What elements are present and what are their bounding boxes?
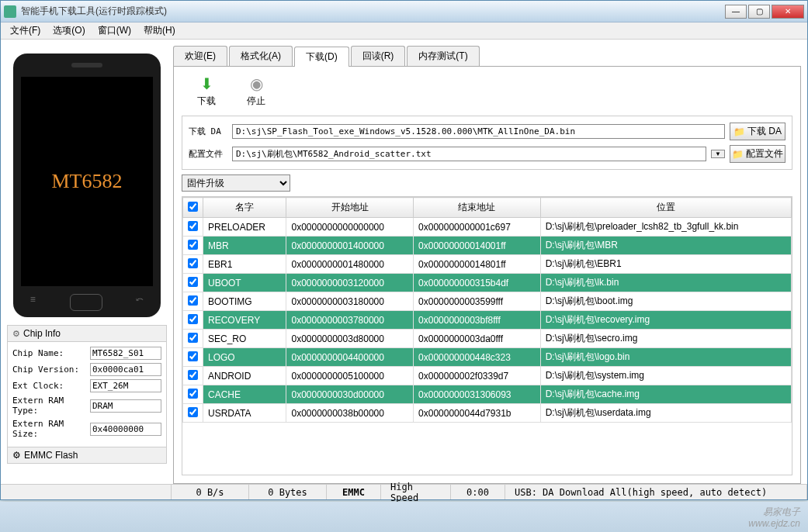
table-row[interactable]: PRELOADER0x00000000000000000x00000000000… bbox=[183, 218, 792, 237]
scatter-label: 配置文件 bbox=[189, 148, 227, 160]
cell-location: D:\sj\刷机包\system.img bbox=[540, 367, 791, 385]
menu-window[interactable]: 窗口(W) bbox=[92, 22, 137, 39]
gear-icon: ⚙ bbox=[12, 450, 21, 461]
col-start[interactable]: 开始地址 bbox=[286, 198, 414, 218]
col-end[interactable]: 结束地址 bbox=[414, 198, 541, 218]
row-checkbox[interactable] bbox=[188, 314, 198, 324]
chipinfo-value[interactable] bbox=[90, 399, 161, 413]
da-browse-button[interactable]: 📁下载 DA bbox=[730, 123, 785, 140]
cell-location: D:\sj\刷机包\logo.bin bbox=[540, 348, 791, 367]
cell-location: D:\sj\刷机包\boot.img bbox=[540, 292, 791, 311]
phone-illustration: MT6582 ≡ ⤺ bbox=[13, 54, 161, 317]
cell-location: D:\sj\刷机包\preloader_lcsh82_tb_3gfull_kk.… bbox=[540, 218, 791, 237]
table-row[interactable]: BOOTIMG0x00000000031800000x0000000003599… bbox=[183, 292, 792, 311]
chipinfo-label: Chip Name: bbox=[12, 348, 87, 358]
chip-info-panel: ⚙ Chip Info Chip Name:Chip Version:Ext C… bbox=[7, 325, 167, 464]
statusbar: 0 B/s 0 Bytes EMMC High Speed 0:00 USB: … bbox=[1, 484, 807, 499]
chipinfo-value[interactable] bbox=[90, 347, 161, 360]
table-row[interactable]: SEC_RO0x0000000003d800000x0000000003da0f… bbox=[183, 330, 792, 348]
download-button[interactable]: ⬇ 下载 bbox=[197, 74, 216, 108]
cell-name: USRDATA bbox=[203, 404, 286, 423]
cell-end: 0x0000000003bf8fff bbox=[414, 311, 541, 330]
phone-back-icon: ⤺ bbox=[136, 294, 144, 311]
tab-content: ⬇ 下载 ◉ 停止 下载 DA 📁下载 DA 配置文件 bbox=[173, 67, 801, 484]
cell-end: 0x0000000031306093 bbox=[414, 385, 541, 404]
row-checkbox[interactable] bbox=[188, 295, 198, 306]
phone-home-icon bbox=[70, 294, 102, 311]
cell-end: 0x0000000044d7931b bbox=[414, 404, 541, 423]
status-usb: USB: DA Download All(high speed, auto de… bbox=[505, 485, 807, 499]
cell-location: D:\sj\刷机包\lk.bin bbox=[540, 274, 791, 292]
stop-button[interactable]: ◉ 停止 bbox=[247, 74, 265, 108]
chipinfo-row: Chip Version: bbox=[12, 363, 161, 376]
cell-end: 0x0000000003599fff bbox=[414, 292, 541, 311]
folder-icon: 📁 bbox=[733, 126, 745, 137]
table-row[interactable]: RECOVERY0x00000000037800000x0000000003bf… bbox=[183, 311, 792, 330]
row-checkbox[interactable] bbox=[188, 240, 198, 250]
cell-end: 0x000000000448c323 bbox=[414, 348, 541, 367]
cell-start: 0x0000000038b00000 bbox=[286, 404, 414, 423]
chipinfo-value[interactable] bbox=[90, 379, 161, 392]
chipinfo-value[interactable] bbox=[90, 423, 161, 436]
menu-help[interactable]: 帮助(H) bbox=[137, 22, 182, 39]
table-row[interactable]: USRDATA0x0000000038b000000x0000000044d79… bbox=[183, 404, 792, 423]
table-row[interactable]: LOGO0x00000000044000000x000000000448c323… bbox=[183, 348, 792, 367]
cell-name: SEC_RO bbox=[203, 330, 286, 348]
stop-icon: ◉ bbox=[250, 74, 263, 93]
col-location[interactable]: 位置 bbox=[540, 198, 791, 218]
row-checkbox[interactable] bbox=[188, 277, 198, 287]
cell-end: 0x000000000001c697 bbox=[414, 218, 541, 237]
row-checkbox[interactable] bbox=[188, 351, 198, 361]
table-row[interactable]: MBR0x00000000014000000x00000000014001ffD… bbox=[183, 237, 792, 255]
row-checkbox[interactable] bbox=[188, 333, 198, 343]
cell-start: 0x0000000001400000 bbox=[286, 237, 414, 255]
cell-end: 0x000000000315b4df bbox=[414, 274, 541, 292]
close-button[interactable]: ✕ bbox=[772, 5, 804, 19]
scatter-browse-button[interactable]: 📁配置文件 bbox=[730, 145, 785, 163]
row-checkbox[interactable] bbox=[188, 370, 198, 380]
mode-select[interactable]: 固件升级 bbox=[182, 174, 290, 192]
chipinfo-label: Extern RAM Type: bbox=[12, 396, 87, 416]
chipinfo-value[interactable] bbox=[90, 363, 161, 376]
tab-bar: 欢迎(E) 格式化(A) 下载(D) 回读(R) 内存测试(T) bbox=[173, 46, 801, 67]
table-row[interactable]: CACHE0x0000000030d000000x000000003130609… bbox=[183, 385, 792, 404]
col-name[interactable]: 名字 bbox=[203, 198, 286, 218]
cell-end: 0x000000002f0339d7 bbox=[414, 367, 541, 385]
chip-info-title: Chip Info bbox=[23, 328, 61, 339]
tab-welcome[interactable]: 欢迎(E) bbox=[173, 46, 227, 66]
da-path-input[interactable] bbox=[232, 124, 725, 139]
cell-start: 0x0000000005100000 bbox=[286, 367, 414, 385]
status-bytes: 0 Bytes bbox=[249, 485, 327, 499]
table-row[interactable]: EBR10x00000000014800000x00000000014801ff… bbox=[183, 255, 792, 274]
row-checkbox[interactable] bbox=[188, 221, 198, 231]
tab-memtest[interactable]: 内存测试(T) bbox=[407, 46, 479, 66]
status-speed: 0 B/s bbox=[172, 485, 249, 499]
table-row[interactable]: ANDROID0x00000000051000000x000000002f033… bbox=[183, 367, 792, 385]
maximize-button[interactable]: ▢ bbox=[748, 5, 770, 19]
row-checkbox[interactable] bbox=[188, 389, 198, 399]
row-checkbox[interactable] bbox=[188, 258, 198, 268]
tab-format[interactable]: 格式化(A) bbox=[229, 46, 293, 66]
minimize-button[interactable]: — bbox=[725, 5, 747, 19]
row-checkbox[interactable] bbox=[188, 407, 198, 417]
menu-options[interactable]: 选项(O) bbox=[47, 22, 91, 39]
scatter-path-input[interactable] bbox=[232, 147, 706, 161]
window-controls: — ▢ ✕ bbox=[725, 5, 804, 19]
app-icon bbox=[4, 5, 16, 18]
tab-readback[interactable]: 回读(R) bbox=[351, 46, 406, 66]
table-row[interactable]: UBOOT0x00000000031200000x000000000315b4d… bbox=[183, 274, 792, 292]
chipinfo-row: Extern RAM Size: bbox=[12, 419, 161, 439]
status-time: 0:00 bbox=[451, 485, 505, 499]
folder-icon: 📁 bbox=[732, 149, 744, 160]
chipinfo-label: Ext Clock: bbox=[12, 381, 87, 391]
cell-name: UBOOT bbox=[203, 274, 286, 292]
cell-start: 0x0000000003120000 bbox=[286, 274, 414, 292]
chipinfo-label: Chip Version: bbox=[12, 364, 87, 375]
menubar: 文件(F) 选项(O) 窗口(W) 帮助(H) bbox=[1, 22, 807, 40]
cell-name: MBR bbox=[203, 237, 286, 255]
scatter-dropdown-icon[interactable]: ▼ bbox=[711, 150, 725, 158]
menu-file[interactable]: 文件(F) bbox=[4, 22, 47, 39]
tab-download[interactable]: 下载(D) bbox=[294, 47, 349, 67]
chipinfo-row: Chip Name: bbox=[12, 347, 161, 360]
col-checkbox[interactable] bbox=[183, 198, 203, 218]
